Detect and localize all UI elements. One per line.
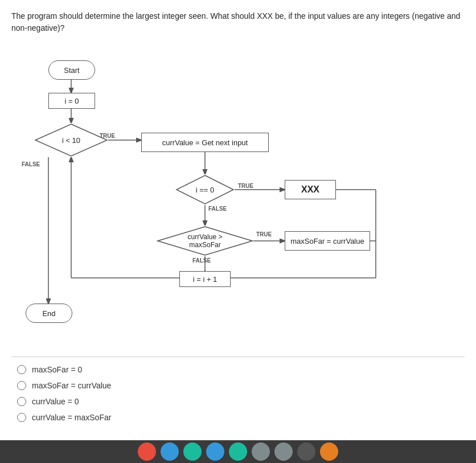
update-max-node: maxSoFar = currValue: [285, 231, 370, 251]
radio-3[interactable]: [17, 397, 26, 406]
check-max-node: currValue > maxSoFar: [157, 226, 253, 256]
flowchart: Start i = 0 i < 10 TRUE FALSE currValue …: [11, 44, 456, 346]
divider: [11, 357, 465, 357]
taskbar-btn-8[interactable]: [297, 442, 315, 461]
false-label-max: FALSE: [192, 257, 211, 264]
loop-condition-node: i < 10: [34, 123, 108, 157]
radio-4[interactable]: [17, 413, 26, 422]
taskbar-btn-9[interactable]: [320, 442, 338, 461]
false-label-loop: FALSE: [22, 161, 40, 167]
taskbar: [0, 440, 476, 463]
radio-1[interactable]: [17, 365, 26, 374]
question-text: The program should determine the largest…: [11, 10, 461, 34]
xxx-node: XXX: [285, 180, 336, 199]
option-1-label: maxSoFar = 0: [32, 365, 82, 374]
radio-2[interactable]: [17, 381, 26, 390]
taskbar-btn-5[interactable]: [229, 442, 247, 461]
option-4[interactable]: currValue = maxSoFar: [17, 413, 465, 422]
option-2[interactable]: maxSoFar = currValue: [17, 381, 465, 390]
end-node: End: [26, 304, 72, 323]
taskbar-btn-4[interactable]: [206, 442, 224, 461]
true-label-loop: TRUE: [100, 133, 115, 139]
option-2-label: maxSoFar = currValue: [32, 381, 111, 390]
init-node: i = 0: [48, 93, 95, 109]
option-4-label: currValue = maxSoFar: [32, 413, 111, 422]
taskbar-btn-1[interactable]: [138, 442, 156, 461]
taskbar-btn-3[interactable]: [183, 442, 202, 461]
start-node: Start: [48, 60, 95, 80]
option-3[interactable]: currValue = 0: [17, 397, 465, 406]
taskbar-btn-6[interactable]: [252, 442, 270, 461]
check-first-node: i == 0: [175, 174, 235, 205]
true-label-max: TRUE: [256, 231, 272, 237]
false-label-first: FALSE: [208, 206, 227, 212]
increment-node: i = i + 1: [179, 271, 231, 287]
get-input-node: currValue = Get next input: [141, 133, 269, 152]
option-1[interactable]: maxSoFar = 0: [17, 365, 465, 374]
taskbar-btn-7[interactable]: [274, 442, 293, 461]
true-label-first: TRUE: [238, 183, 253, 189]
taskbar-btn-2[interactable]: [161, 442, 179, 461]
option-3-label: currValue = 0: [32, 397, 79, 406]
options-list: maxSoFar = 0 maxSoFar = currValue currVa…: [11, 365, 465, 422]
